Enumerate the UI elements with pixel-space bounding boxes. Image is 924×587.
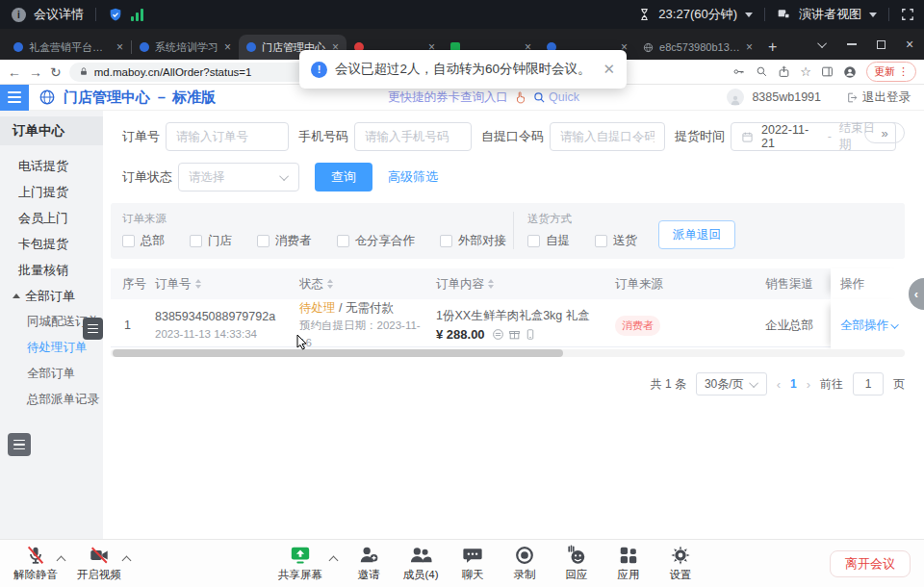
advanced-filter-link[interactable]: 高级筛选	[388, 168, 438, 186]
sidebar-item-card-pickup[interactable]: 卡包提货	[0, 231, 103, 257]
info-icon: !	[311, 62, 327, 78]
browser-tab[interactable]: 系统培训学习 ×	[132, 35, 239, 60]
toast-close-icon[interactable]: ✕	[603, 61, 615, 78]
invite-person-icon	[358, 545, 379, 566]
sidebar-subitem-hq-dispatch-records[interactable]: 总部派单记录	[0, 387, 103, 413]
settings-button[interactable]: 设置	[654, 545, 706, 582]
col-header-content[interactable]: 订单内容	[426, 276, 605, 293]
apps-button[interactable]: 应用	[603, 545, 654, 582]
timer-dropdown-icon[interactable]	[745, 13, 753, 17]
network-signal-icon[interactable]	[131, 9, 143, 21]
toolbar-label: 录制	[514, 568, 536, 582]
sidebar-subitem-all-orders[interactable]: 全部订单	[0, 361, 103, 387]
tab-close-icon[interactable]: ×	[116, 40, 123, 54]
reactions-button[interactable]: 回应	[551, 545, 603, 582]
source-badge: 消费者	[615, 316, 660, 336]
search-button[interactable]: 查询	[315, 163, 372, 191]
checkbox-source-store[interactable]: 门店	[190, 233, 232, 249]
phone-input[interactable]	[354, 122, 472, 151]
sort-icon[interactable]	[327, 279, 333, 289]
page-size-select[interactable]: 30条/页	[696, 372, 767, 396]
scrollbar-thumb[interactable]	[113, 349, 563, 357]
reload-icon[interactable]: ↻	[50, 64, 62, 80]
window-maximize-button[interactable]	[866, 29, 895, 60]
bookmark-star-icon[interactable]: ☆	[800, 64, 811, 79]
apps-grid-icon	[618, 545, 639, 566]
new-tab-button[interactable]: +	[768, 38, 777, 56]
sidebar-item-all-orders-group[interactable]: 全部订单	[0, 283, 103, 309]
members-button[interactable]: 成员(4)	[395, 545, 447, 582]
goto-page-input[interactable]	[853, 372, 884, 396]
col-header-status[interactable]: 状态	[290, 276, 426, 293]
browser-tab[interactable]: e8c573980b1328a258fd2e6f8 ×	[635, 35, 760, 60]
checkbox-source-warehouse-share[interactable]: 仓分享合作	[337, 233, 416, 249]
coupon-query-link[interactable]: 更快捷的券卡查询入口	[388, 89, 508, 106]
col-header-order-no[interactable]: 订单号	[145, 276, 290, 293]
sidebar-item-phone-pickup[interactable]: 电话提货	[0, 153, 103, 179]
coin-icon	[492, 328, 504, 341]
share-options-caret[interactable]	[329, 556, 339, 566]
profile-avatar-icon[interactable]	[843, 65, 857, 79]
back-icon[interactable]: ←	[8, 64, 21, 80]
logout-link[interactable]: 退出登录	[862, 89, 911, 106]
sort-icon[interactable]	[488, 279, 494, 289]
leave-meeting-button[interactable]: 离开会议	[830, 550, 911, 577]
sidebar-item-member-visit[interactable]: 会员上门	[0, 205, 103, 231]
record-button[interactable]: 录制	[499, 545, 551, 582]
forward-icon[interactable]: →	[29, 64, 42, 80]
checkbox-icon	[440, 235, 452, 247]
share-icon[interactable]	[778, 65, 790, 78]
sidebar-item-batch-verify[interactable]: 批量核销	[0, 257, 103, 283]
pointing-finger-icon	[514, 90, 527, 104]
fullscreen-icon[interactable]	[901, 8, 914, 21]
chat-button[interactable]: 聊天	[447, 545, 499, 582]
sidebar-drag-handle[interactable]	[83, 318, 103, 340]
checkbox-label: 外部对接	[458, 233, 506, 249]
checkbox-source-consumer[interactable]: 消费者	[257, 233, 312, 249]
dispatch-return-button[interactable]: 派单退回	[658, 220, 735, 249]
tab-close-icon[interactable]: ×	[224, 40, 231, 54]
calendar-icon	[741, 131, 754, 143]
all-actions-dropdown[interactable]: 全部操作	[840, 317, 899, 335]
hamburger-menu-button[interactable]	[0, 85, 29, 111]
collapse-filters-button[interactable]: »	[864, 122, 905, 143]
sidebar-item-door-pickup[interactable]: 上门提货	[0, 179, 103, 205]
checkbox-delivery-selfpickup[interactable]: 自提	[527, 233, 570, 249]
order-status-select[interactable]: 请选择	[178, 163, 299, 191]
toolbar-label: 回应	[566, 568, 588, 582]
date-start-value[interactable]: 2022-11-21	[761, 123, 820, 150]
quick-search-link[interactable]: Quick	[533, 90, 579, 104]
toolbar-label: 邀请	[358, 568, 380, 582]
checkbox-delivery-deliver[interactable]: 送货	[595, 233, 637, 249]
tab-title: 礼盒营销平台管理中心	[29, 40, 111, 55]
password-key-icon[interactable]	[732, 65, 746, 78]
start-video-button[interactable]: 开启视频	[69, 545, 129, 582]
side-panel-icon[interactable]	[821, 65, 834, 78]
invite-button[interactable]: 邀请	[343, 545, 395, 582]
share-screen-button[interactable]: 共享屏幕	[270, 545, 330, 582]
horizontal-scrollbar[interactable]	[111, 349, 905, 357]
floating-list-button[interactable]	[8, 433, 31, 456]
next-page-button[interactable]: ›	[807, 377, 810, 392]
order-no-input[interactable]	[166, 122, 289, 151]
username: 8385wb1991	[752, 90, 821, 104]
checkbox-source-external[interactable]: 外部对接	[440, 233, 506, 249]
pickup-code-input[interactable]	[550, 122, 665, 151]
unmute-button[interactable]: 解除静音	[6, 545, 65, 582]
current-page[interactable]: 1	[790, 377, 797, 391]
prev-page-button[interactable]: ‹	[777, 377, 781, 392]
browser-tab[interactable]: 礼盒营销平台管理中心 ×	[6, 35, 131, 60]
tab-search-icon[interactable]	[808, 29, 837, 60]
sort-icon[interactable]	[195, 279, 201, 289]
window-close-button[interactable]: ×	[895, 29, 924, 60]
checkbox-icon	[122, 235, 135, 247]
checkbox-source-hq[interactable]: 总部	[122, 233, 165, 249]
shield-check-icon[interactable]	[108, 7, 123, 23]
view-dropdown-icon[interactable]	[869, 13, 877, 17]
meeting-details-link[interactable]: 会议详情	[34, 6, 84, 23]
view-mode-label[interactable]: 演讲者视图	[799, 6, 861, 23]
zoom-icon[interactable]	[756, 65, 768, 78]
tab-close-icon[interactable]: ×	[746, 40, 753, 54]
browser-update-button[interactable]: 更新 ⋮	[866, 62, 916, 82]
window-minimize-button[interactable]	[837, 29, 866, 60]
